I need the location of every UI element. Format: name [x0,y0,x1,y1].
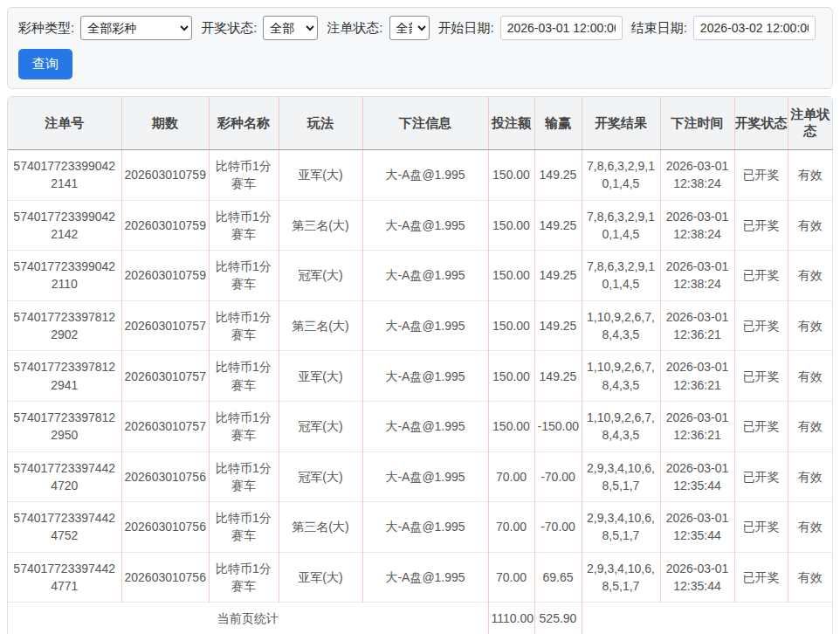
bet-status-select[interactable]: 全部 [389,16,430,40]
col-header-bet-status: 注单状态 [788,97,832,150]
cell-bet-no: 5740177233990422142 [8,200,121,251]
cell-period: 202603010759 [121,200,209,251]
cell-bet-no: 5740177233978122902 [8,300,121,351]
bets-table-container: 注单号期数彩种名称玩法下注信息投注额输赢开奖结果下注时间开奖状态注单状态 574… [7,96,833,634]
cell-draw-result: 1,10,9,2,6,7,8,4,3,5 [582,401,660,451]
start-date-label: 开始日期: [438,20,494,37]
cell-play-type: 亚军(大) [279,351,362,402]
cell-bet-time: 2026-03-01 12:35:44 [660,552,734,603]
cell-bet-no: 5740177233974424771 [8,552,121,603]
button-row: 查询 [18,49,822,79]
table-row: 5740177233978122902202603010757比特币1分赛车第三… [8,300,832,351]
cell-lottery-name: 比特币1分赛车 [209,451,279,502]
cell-draw-status: 已开奖 [734,150,788,201]
filter-panel: 彩种类型: 全部彩种 开奖状态: 全部 注单状态: 全部 开始日期: 结束日期:… [7,7,833,89]
cell-bet-info: 大-A盘@1.995 [362,451,488,502]
cell-play-type: 亚军(大) [279,150,362,201]
end-date-label: 结束日期: [631,20,687,37]
table-row: 5740177233974424720202603010756比特币1分赛车冠军… [8,451,832,502]
cell-draw-status: 已开奖 [734,351,788,402]
cell-bet-info: 大-A盘@1.995 [362,502,488,553]
col-header-bet-amount: 投注额 [488,97,534,150]
cell-bet-status: 有效 [788,251,832,301]
table-header-row: 注单号期数彩种名称玩法下注信息投注额输赢开奖结果下注时间开奖状态注单状态 [8,97,832,150]
cell-bet-no: 5740177233990422141 [8,150,121,201]
col-header-draw-result: 开奖结果 [582,97,660,150]
cell-bet-amount: 150.00 [488,300,534,351]
cell-lottery-name: 比特币1分赛车 [209,552,279,603]
cell-bet-time: 2026-03-01 12:36:21 [660,300,734,351]
cell-bet-amount: 150.00 [488,351,534,402]
cell-bet-status: 有效 [788,200,832,251]
cell-draw-result: 7,8,6,3,2,9,10,1,4,5 [582,200,660,251]
summary-row-current-page: 当前页统计 1110.00 525.90 [8,603,832,634]
table-head: 注单号期数彩种名称玩法下注信息投注额输赢开奖结果下注时间开奖状态注单状态 [8,97,832,150]
lottery-type-label: 彩种类型: [18,20,74,37]
cell-play-type: 第三名(大) [279,200,362,251]
cell-bet-info: 大-A盘@1.995 [362,552,488,603]
cell-play-type: 第三名(大) [279,502,362,553]
cell-bet-info: 大-A盘@1.995 [362,351,488,402]
cell-win-loss: -70.00 [534,502,582,553]
cell-lottery-name: 比特币1分赛车 [209,251,279,301]
draw-status-label: 开奖状态: [201,20,257,37]
table-row: 5740177233978122941202603010757比特币1分赛车亚军… [8,351,832,402]
cell-period: 202603010757 [121,300,209,351]
cell-draw-status: 已开奖 [734,300,788,351]
cell-bet-time: 2026-03-01 12:38:24 [660,200,734,251]
summary-bet-total-current-page: 1110.00 [488,603,534,634]
summary-label-current-page: 当前页统计 [8,603,488,634]
cell-bet-status: 有效 [788,150,832,201]
col-header-bet-no: 注单号 [8,97,121,150]
cell-bet-no: 5740177233990422110 [8,251,121,301]
cell-draw-status: 已开奖 [734,251,788,301]
col-header-lottery-name: 彩种名称 [209,97,279,150]
cell-bet-amount: 150.00 [488,150,534,201]
cell-period: 202603010757 [121,351,209,402]
table-body: 5740177233990422141202603010759比特币1分赛车亚军… [8,150,832,603]
cell-draw-status: 已开奖 [734,502,788,553]
cell-period: 202603010757 [121,401,209,451]
bets-table: 注单号期数彩种名称玩法下注信息投注额输赢开奖结果下注时间开奖状态注单状态 574… [8,97,832,634]
end-date-input[interactable] [693,16,816,40]
cell-bet-info: 大-A盘@1.995 [362,401,488,451]
draw-status-select[interactable]: 全部 [263,16,318,40]
cell-bet-no: 5740177233978122950 [8,401,121,451]
col-header-bet-time: 下注时间 [660,97,734,150]
cell-period: 202603010759 [121,150,209,201]
bet-status-label: 注单状态: [327,20,382,37]
cell-bet-status: 有效 [788,300,832,351]
cell-lottery-name: 比特币1分赛车 [209,502,279,553]
cell-draw-result: 2,9,3,4,10,6,8,5,1,7 [582,502,660,553]
cell-bet-time: 2026-03-01 12:36:21 [660,401,734,451]
cell-lottery-name: 比特币1分赛车 [209,150,279,201]
cell-draw-result: 1,10,9,2,6,7,8,4,3,5 [582,351,660,402]
cell-draw-status: 已开奖 [734,451,788,502]
col-header-bet-info: 下注信息 [362,97,488,150]
cell-draw-status: 已开奖 [734,401,788,451]
cell-draw-status: 已开奖 [734,200,788,251]
cell-win-loss: -150.00 [534,401,582,451]
cell-lottery-name: 比特币1分赛车 [209,300,279,351]
cell-period: 202603010756 [121,502,209,553]
cell-bet-status: 有效 [788,351,832,402]
table-row: 5740177233974424752202603010756比特币1分赛车第三… [8,502,832,553]
cell-bet-amount: 70.00 [488,552,534,603]
cell-bet-no: 5740177233974424752 [8,502,121,553]
lottery-type-select[interactable]: 全部彩种 [80,16,192,40]
cell-bet-info: 大-A盘@1.995 [362,150,488,201]
query-button[interactable]: 查询 [18,49,72,79]
cell-bet-no: 5740177233974424720 [8,451,121,502]
cell-bet-time: 2026-03-01 12:38:24 [660,251,734,301]
summary-win-total-current-page: 525.90 [534,603,582,634]
cell-bet-info: 大-A盘@1.995 [362,300,488,351]
col-header-draw-status: 开奖状态 [734,97,788,150]
cell-draw-result: 7,8,6,3,2,9,10,1,4,5 [582,150,660,201]
cell-period: 202603010756 [121,451,209,502]
start-date-input[interactable] [500,16,623,40]
cell-play-type: 亚军(大) [279,552,362,603]
cell-bet-status: 有效 [788,502,832,553]
cell-bet-info: 大-A盘@1.995 [362,200,488,251]
cell-bet-amount: 150.00 [488,200,534,251]
cell-bet-amount: 150.00 [488,401,534,451]
